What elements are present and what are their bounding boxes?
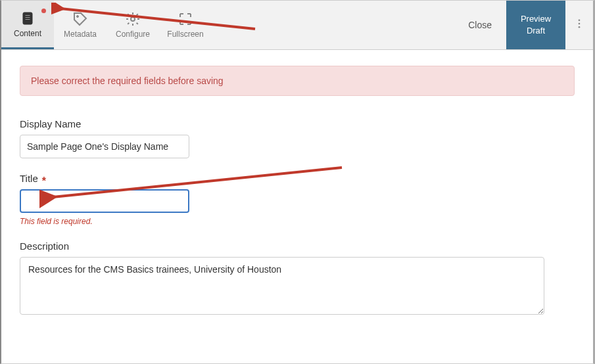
svg-rect-2 xyxy=(25,17,30,18)
description-input[interactable] xyxy=(20,257,544,315)
field-description: Description xyxy=(20,240,575,317)
preview-draft-button[interactable]: Preview Draft xyxy=(506,1,565,49)
more-menu-button[interactable] xyxy=(565,1,593,49)
field-display-name: Display Name xyxy=(20,118,575,158)
editor-body: Please correct the required fields befor… xyxy=(1,50,593,363)
fullscreen-icon xyxy=(178,11,193,27)
display-name-label: Display Name xyxy=(20,118,81,129)
tab-content[interactable]: Content xyxy=(1,1,54,49)
svg-rect-3 xyxy=(25,19,30,20)
tab-label: Fullscreen xyxy=(167,30,203,39)
preview-label-line1: Preview xyxy=(521,13,551,25)
display-name-input[interactable] xyxy=(20,135,189,158)
tab-fullscreen[interactable]: Fullscreen xyxy=(159,1,212,49)
tab-label: Configure xyxy=(116,30,150,39)
description-label: Description xyxy=(20,240,69,252)
title-error-message: This field is required. xyxy=(20,217,575,226)
close-label: Close xyxy=(468,20,492,30)
required-star: * xyxy=(42,175,46,187)
validation-alert: Please correct the required fields befor… xyxy=(20,66,575,96)
gear-icon xyxy=(125,11,141,27)
header-spacer xyxy=(212,1,454,49)
document-icon xyxy=(20,11,36,26)
svg-point-4 xyxy=(77,16,79,18)
alert-text: Please correct the required fields befor… xyxy=(31,76,224,86)
svg-point-6 xyxy=(579,19,581,21)
tab-label: Metadata xyxy=(64,30,97,39)
tab-label: Content xyxy=(14,29,41,38)
tab-metadata[interactable]: Metadata xyxy=(54,1,107,49)
error-indicator-dot xyxy=(41,9,46,13)
title-input[interactable] xyxy=(20,189,189,213)
tag-icon xyxy=(72,11,88,27)
close-button[interactable]: Close xyxy=(454,1,506,49)
field-title: Title * This field is required. xyxy=(20,173,575,226)
editor-header: Content Metadata Configure Fullscreen Cl… xyxy=(1,1,593,50)
svg-point-7 xyxy=(579,23,581,25)
svg-point-8 xyxy=(579,26,581,28)
svg-point-5 xyxy=(131,17,135,21)
more-vertical-icon xyxy=(573,18,585,32)
preview-label-line2: Draft xyxy=(527,25,545,37)
title-label: Title xyxy=(20,173,38,184)
svg-rect-1 xyxy=(25,15,30,16)
tab-configure[interactable]: Configure xyxy=(107,1,159,49)
